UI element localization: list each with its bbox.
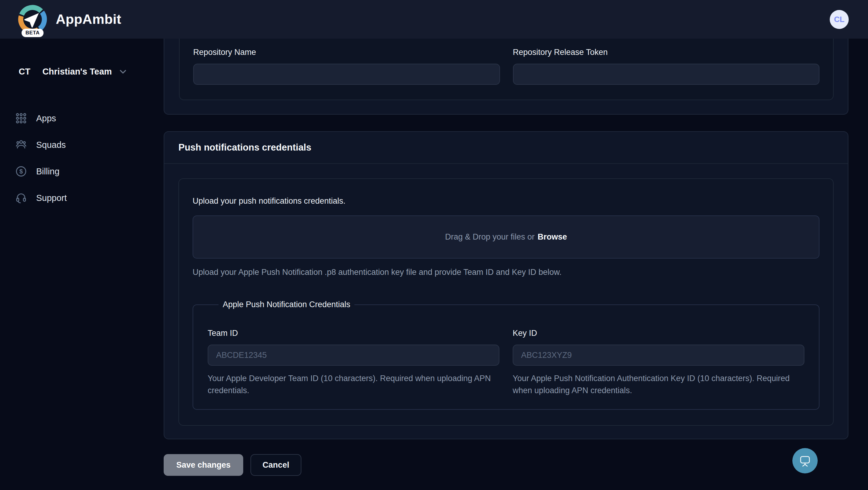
dropzone-text: Drag & Drop your files or (445, 232, 535, 242)
sidebar-nav: Apps Squads $ Bil (0, 105, 164, 211)
key-id-label: Key ID (513, 328, 804, 338)
push-notifications-card: Push notifications credentials Upload yo… (164, 131, 848, 439)
key-id-input[interactable] (513, 345, 804, 366)
sidebar-item-label: Billing (36, 167, 59, 176)
apn-credentials-fieldset: Apple Push Notification Credentials Team… (193, 300, 819, 410)
file-dropzone[interactable]: Drag & Drop your files or Browse (193, 215, 819, 259)
team-selector[interactable]: CT Christian's Team (19, 66, 128, 77)
app-logo[interactable]: BETA AppAmbit (17, 3, 121, 35)
app-name: AppAmbit (56, 11, 121, 27)
repository-release-token-label: Repository Release Token (513, 48, 820, 57)
repository-release-token-field: Repository Release Token (513, 48, 820, 85)
team-initials: CT (19, 67, 30, 77)
key-id-help: Your Apple Push Notification Authenticat… (513, 372, 804, 397)
sidebar-item-billing[interactable]: $ Billing (0, 158, 164, 185)
apps-grid-icon (15, 112, 27, 124)
sidebar-item-apps[interactable]: Apps (0, 105, 164, 132)
upload-credentials-label: Upload your push notifications credentia… (193, 196, 819, 206)
team-id-input[interactable] (208, 345, 499, 366)
team-id-help: Your Apple Developer Team ID (10 charact… (208, 372, 499, 397)
team-name: Christian's Team (42, 67, 112, 77)
svg-text:$: $ (19, 168, 23, 175)
user-avatar[interactable]: CL (830, 10, 849, 29)
repository-release-token-input[interactable] (513, 64, 820, 85)
cancel-button[interactable]: Cancel (250, 454, 301, 476)
repository-name-label: Repository Name (193, 48, 500, 57)
sidebar: CT Christian's Team Apps (0, 39, 164, 490)
push-upload-panel: Upload your push notifications credentia… (179, 178, 834, 426)
chat-widget-button[interactable] (792, 448, 818, 473)
sidebar-item-squads[interactable]: Squads (0, 132, 164, 158)
support-headset-icon (15, 192, 27, 204)
sidebar-item-label: Apps (36, 113, 56, 123)
repository-name-field: Repository Name (193, 48, 500, 85)
key-id-field: Key ID Your Apple Push Notification Auth… (513, 328, 804, 397)
squads-people-icon (15, 139, 27, 151)
billing-dollar-icon: $ (15, 165, 27, 177)
form-actions: Save changes Cancel (164, 454, 848, 476)
chevron-down-icon (118, 66, 128, 77)
team-id-label: Team ID (208, 328, 499, 338)
chat-presentation-icon (798, 454, 812, 468)
browse-files-button[interactable]: Browse (538, 232, 567, 242)
repository-fields-panel: Repository Name Repository Release Token (179, 39, 834, 100)
beta-badge: BETA (22, 29, 43, 37)
save-changes-button[interactable]: Save changes (164, 454, 243, 476)
repository-name-input[interactable] (193, 64, 500, 85)
push-card-title: Push notifications credentials (179, 142, 311, 153)
apn-fieldset-legend: Apple Push Notification Credentials (218, 300, 354, 309)
sidebar-item-label: Support (36, 193, 67, 203)
push-card-header: Push notifications credentials (164, 132, 848, 164)
team-id-field: Team ID Your Apple Developer Team ID (10… (208, 328, 499, 397)
main-content: Repository Name Repository Release Token… (164, 39, 848, 476)
sidebar-item-label: Squads (36, 140, 66, 150)
top-header: BETA AppAmbit CL (0, 0, 868, 39)
sidebar-item-support[interactable]: Support (0, 185, 164, 211)
app-logo-icon: BETA (17, 3, 49, 35)
push-card-body: Upload your push notifications credentia… (164, 164, 848, 439)
upload-note: Upload your Apple Push Notification .p8 … (193, 268, 819, 277)
repository-settings-card: Repository Name Repository Release Token (164, 39, 848, 115)
